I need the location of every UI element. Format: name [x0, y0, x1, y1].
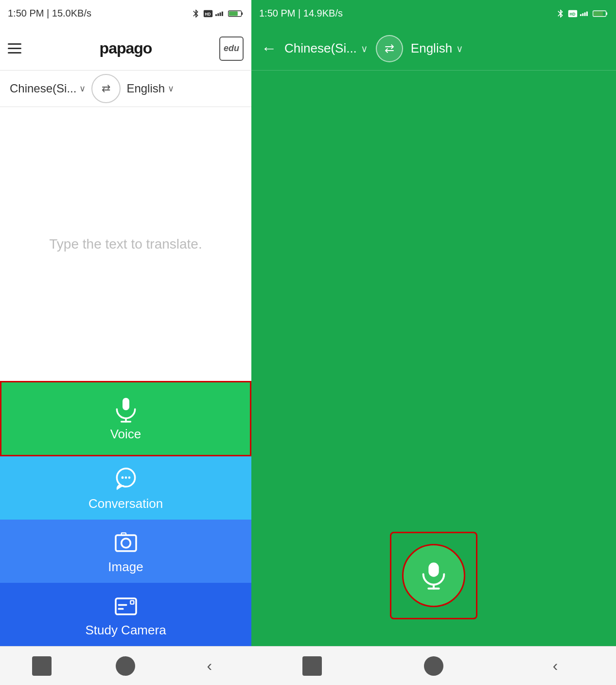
voice-button[interactable]: Voice: [0, 381, 251, 456]
swap-languages-button[interactable]: ⇄: [91, 74, 121, 103]
battery-icon: [228, 8, 244, 19]
study-camera-icon: [112, 592, 140, 619]
status-bar-left: 1:50 PM | 15.0KB/s HD: [0, 0, 251, 27]
image-camera-icon: [112, 528, 140, 556]
source-language-selector[interactable]: Chinese(Si... ∨: [10, 82, 86, 95]
svg-rect-5: [222, 11, 223, 16]
back-arrow-button[interactable]: ←: [261, 39, 277, 57]
svg-text:HD: HD: [205, 12, 211, 16]
left-panel: 1:50 PM | 15.0KB/s HD papago edu Chinese…: [0, 0, 251, 685]
svg-rect-21: [118, 604, 127, 606]
image-label: Image: [108, 559, 143, 575]
voice-record-button[interactable]: [402, 544, 465, 607]
nav-square-left[interactable]: [32, 656, 52, 676]
right-panel: 1:50 PM | 14.9KB/s HD ← Chinese(Si... ∨ …: [251, 0, 616, 685]
signal-icon: [215, 10, 226, 18]
study-camera-button[interactable]: Study Camera: [0, 583, 251, 646]
voice-input-area: [251, 71, 616, 646]
voice-label: Voice: [110, 427, 141, 442]
svg-rect-3: [217, 13, 219, 16]
target-lang-chevron-right: ∨: [456, 43, 463, 54]
papago-logo: papago: [100, 39, 152, 57]
svg-point-16: [128, 476, 130, 479]
svg-rect-31: [606, 12, 608, 15]
target-lang-chevron: ∨: [168, 83, 174, 94]
time-status-left: 1:50 PM | 15.0KB/s: [8, 8, 91, 19]
svg-point-18: [121, 539, 130, 548]
action-buttons: Voice Conversation Image: [0, 381, 251, 646]
status-bar-right: 1:50 PM | 14.9KB/s HD: [251, 0, 616, 27]
svg-point-15: [124, 476, 127, 479]
nav-circle-left[interactable]: [116, 656, 135, 676]
svg-rect-27: [582, 13, 583, 16]
conversation-button[interactable]: Conversation: [0, 456, 251, 520]
bottom-nav-right: ‹: [251, 646, 616, 685]
svg-rect-29: [586, 11, 588, 16]
svg-rect-33: [428, 562, 439, 577]
svg-rect-17: [116, 535, 136, 551]
time-status-right: 1:50 PM | 14.9KB/s: [259, 8, 343, 19]
svg-rect-2: [215, 14, 217, 16]
microphone-icon-right: [418, 560, 449, 591]
svg-rect-9: [123, 398, 129, 411]
status-icons-right: HD: [556, 8, 608, 19]
svg-rect-22: [118, 608, 123, 610]
header-right: ← Chinese(Si... ∨ ⇄ English ∨: [251, 27, 616, 71]
swap-languages-button-right[interactable]: ⇄: [376, 35, 403, 62]
hd-icon: HD: [203, 8, 213, 19]
source-language-selector-right[interactable]: Chinese(Si... ∨: [284, 41, 368, 56]
nav-square-right[interactable]: [302, 656, 322, 676]
conversation-label: Conversation: [88, 496, 163, 511]
hd-icon-right: HD: [567, 8, 578, 19]
study-camera-label: Study Camera: [85, 623, 166, 638]
svg-point-14: [121, 476, 123, 479]
svg-text:HD: HD: [570, 12, 576, 16]
edu-button[interactable]: edu: [219, 36, 244, 61]
svg-rect-8: [229, 11, 238, 16]
bottom-nav-left: ‹: [0, 646, 251, 685]
translate-placeholder: Type the text to translate.: [49, 236, 202, 252]
svg-rect-26: [580, 14, 581, 16]
bluetooth-icon: [191, 9, 201, 18]
svg-rect-19: [121, 533, 125, 535]
nav-back-right[interactable]: ‹: [546, 656, 565, 676]
image-button[interactable]: Image: [0, 520, 251, 583]
svg-rect-4: [220, 12, 221, 16]
battery-icon-right: [593, 8, 608, 19]
svg-rect-28: [584, 12, 586, 16]
signal-icon-right: [580, 10, 591, 18]
menu-button[interactable]: [8, 40, 25, 57]
source-lang-chevron: ∨: [79, 83, 86, 94]
nav-back-left[interactable]: ‹: [200, 656, 219, 676]
svg-rect-23: [130, 600, 134, 604]
nav-circle-right[interactable]: [424, 656, 443, 676]
bluetooth-icon-right: [556, 9, 565, 18]
target-language-selector[interactable]: English ∨: [126, 82, 174, 95]
translate-input-area[interactable]: Type the text to translate.: [0, 107, 251, 381]
svg-rect-7: [242, 12, 243, 15]
language-bar-left: Chinese(Si... ∨ ⇄ English ∨: [0, 71, 251, 107]
conversation-icon: [112, 465, 140, 492]
svg-rect-32: [594, 11, 603, 16]
microphone-icon: [112, 396, 140, 423]
header-left: papago edu: [0, 27, 251, 71]
source-lang-chevron-right: ∨: [361, 43, 368, 54]
target-language-selector-right[interactable]: English ∨: [411, 41, 463, 56]
status-icons-left: HD: [191, 8, 244, 19]
